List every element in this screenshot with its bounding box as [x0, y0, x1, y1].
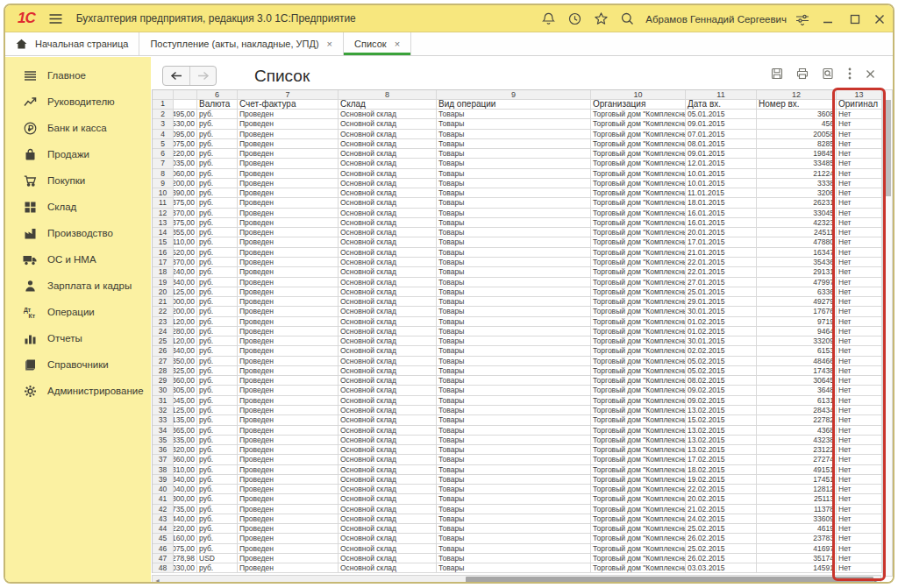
- cell-original[interactable]: Нет: [837, 475, 882, 485]
- cell-warehouse[interactable]: Основной склад: [339, 337, 437, 346]
- cell-amount[interactable]: 340,00: [174, 346, 197, 356]
- cell-incoming-number[interactable]: 16347: [757, 248, 837, 258]
- row-number[interactable]: 22: [153, 307, 174, 316]
- cell-incoming-number[interactable]: 47997: [757, 278, 837, 287]
- cell-operation-type[interactable]: Товары: [437, 554, 591, 563]
- cell-incoming-number[interactable]: 9719: [757, 317, 837, 327]
- maximize-button[interactable]: [850, 13, 860, 25]
- cell-incoming-date[interactable]: 26.02.2015: [686, 554, 757, 563]
- cell-invoice-status[interactable]: Проведен: [238, 267, 339, 277]
- cell-operation-type[interactable]: Товары: [437, 139, 591, 149]
- cell-original[interactable]: Нет: [837, 346, 882, 356]
- tab-close-icon[interactable]: ×: [327, 39, 332, 49]
- cell-organization[interactable]: Торговый дом "Комплексный": [591, 317, 686, 327]
- cell-operation-type[interactable]: Товары: [437, 436, 591, 445]
- cell-operation-type[interactable]: Товары: [437, 386, 591, 395]
- cell-original[interactable]: Нет: [837, 563, 882, 573]
- cell-currency[interactable]: руб.: [197, 406, 238, 415]
- row-number[interactable]: 48: [153, 563, 174, 573]
- cell-original[interactable]: Нет: [837, 149, 882, 159]
- tab-postuplenie[interactable]: Поступление (акты, накладные, УПД) ×: [139, 32, 344, 55]
- cell-currency[interactable]: руб.: [197, 327, 238, 337]
- cell-original[interactable]: Нет: [837, 139, 882, 149]
- header-cell[interactable]: Дата вх.: [686, 100, 757, 110]
- sidebar-item-trend[interactable]: Руководителю: [5, 89, 151, 115]
- cell-organization[interactable]: Торговый дом "Комплексный": [591, 366, 686, 376]
- column-number[interactable]: 8: [339, 90, 437, 100]
- cell-warehouse[interactable]: Основной склад: [339, 346, 437, 356]
- cell-amount[interactable]: 335,00: [174, 436, 197, 445]
- cell-incoming-number[interactable]: 42323: [757, 218, 837, 228]
- cell-organization[interactable]: Торговый дом "Комплексный": [591, 455, 686, 464]
- cell-organization[interactable]: Торговый дом "Комплексный": [591, 110, 686, 119]
- cell-incoming-number[interactable]: 6336: [757, 287, 837, 297]
- cell-incoming-number[interactable]: 8285: [757, 139, 837, 149]
- cell-amount[interactable]: 120,00: [174, 317, 197, 327]
- cell-incoming-number[interactable]: 43238: [757, 436, 837, 445]
- cell-currency[interactable]: руб.: [197, 317, 238, 327]
- cell-incoming-date[interactable]: 22.02.2015: [686, 485, 757, 494]
- cell-incoming-number[interactable]: 29131: [757, 267, 837, 277]
- cell-currency[interactable]: руб.: [197, 494, 238, 504]
- cell-amount[interactable]: 110,00: [174, 237, 197, 247]
- row-number[interactable]: 35: [153, 436, 174, 445]
- cell-incoming-date[interactable]: 17.02.2015: [686, 455, 757, 464]
- cell-currency[interactable]: руб.: [197, 188, 238, 198]
- cell-incoming-number[interactable]: 48466: [757, 357, 837, 366]
- cell-incoming-number[interactable]: 17438: [757, 366, 837, 376]
- cell-incoming-date[interactable]: 01.02.2015: [686, 317, 757, 327]
- row-number[interactable]: 5: [153, 139, 174, 149]
- cell-incoming-number[interactable]: 3648: [757, 386, 837, 395]
- cell-organization[interactable]: Торговый дом "Комплексный": [591, 554, 686, 563]
- row-number[interactable]: 9: [153, 179, 174, 188]
- cell-incoming-date[interactable]: 16.01.2015: [686, 218, 757, 228]
- cell-incoming-date[interactable]: 12.01.2015: [686, 159, 757, 168]
- cell-operation-type[interactable]: Товары: [437, 297, 591, 307]
- cell-organization[interactable]: Торговый дом "Комплексный": [591, 278, 686, 287]
- cell-warehouse[interactable]: Основной склад: [339, 179, 437, 188]
- cell-currency[interactable]: руб.: [197, 139, 238, 149]
- cell-incoming-date[interactable]: 05.02.2015: [686, 366, 757, 376]
- cell-incoming-date[interactable]: 21.01.2015: [686, 248, 757, 258]
- cell-original[interactable]: Нет: [837, 267, 882, 277]
- cell-operation-type[interactable]: Товары: [437, 485, 591, 494]
- cell-invoice-status[interactable]: Проведен: [238, 327, 339, 337]
- row-number[interactable]: 13: [153, 218, 174, 228]
- cell-currency[interactable]: руб.: [197, 346, 238, 356]
- cell-warehouse[interactable]: Основной склад: [339, 297, 437, 307]
- cell-currency[interactable]: USD: [197, 554, 238, 563]
- cell-warehouse[interactable]: Основной склад: [339, 554, 437, 563]
- notifications-bell-icon[interactable]: [540, 11, 556, 27]
- cell-amount[interactable]: 280,00: [174, 327, 197, 337]
- settings-sliders-icon[interactable]: [795, 11, 809, 27]
- cell-incoming-date[interactable]: 30.01.2015: [686, 337, 757, 346]
- row-number[interactable]: 8: [153, 169, 174, 179]
- cell-incoming-date[interactable]: 01.02.2015: [686, 327, 757, 337]
- cell-incoming-number[interactable]: 49151: [757, 465, 837, 475]
- cell-operation-type[interactable]: Товары: [437, 258, 591, 267]
- vertical-scroll-thumb[interactable]: [884, 100, 891, 196]
- cell-warehouse[interactable]: Основной склад: [339, 445, 437, 455]
- cell-incoming-date[interactable]: 18.01.2015: [686, 198, 757, 208]
- cell-amount[interactable]: 360,00: [174, 376, 197, 386]
- cell-incoming-number[interactable]: 12812: [757, 485, 837, 494]
- row-number[interactable]: 39: [153, 475, 174, 485]
- cell-incoming-number[interactable]: 20058: [757, 130, 837, 139]
- cell-operation-type[interactable]: Товары: [437, 218, 591, 228]
- cell-currency[interactable]: руб.: [197, 307, 238, 316]
- cell-organization[interactable]: Торговый дом "Комплексный": [591, 228, 686, 237]
- cell-invoice-status[interactable]: Проведен: [238, 248, 339, 258]
- cell-warehouse[interactable]: Основной склад: [339, 188, 437, 198]
- row-number[interactable]: 37: [153, 455, 174, 464]
- cell-warehouse[interactable]: Основной склад: [339, 376, 437, 386]
- cell-incoming-date[interactable]: 13.02.2015: [686, 406, 757, 415]
- cell-organization[interactable]: Торговый дом "Комплексный": [591, 415, 686, 425]
- cell-organization[interactable]: Торговый дом "Комплексный": [591, 534, 686, 543]
- cell-warehouse[interactable]: Основной склад: [339, 198, 437, 208]
- cell-operation-type[interactable]: Товары: [437, 188, 591, 198]
- cell-organization[interactable]: Торговый дом "Комплексный": [591, 445, 686, 455]
- cell-amount[interactable]: 220,00: [174, 149, 197, 159]
- cell-currency[interactable]: руб.: [197, 337, 238, 346]
- cell-incoming-date[interactable]: 10.01.2015: [686, 169, 757, 179]
- cell-operation-type[interactable]: Товары: [437, 149, 591, 159]
